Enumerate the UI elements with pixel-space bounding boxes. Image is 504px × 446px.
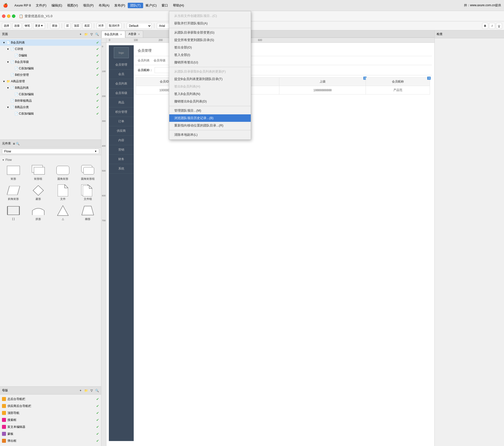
master-item-search[interactable]: 搜索框 ✔: [0, 416, 101, 423]
tree-item-b-points[interactable]: 📄 B积分管理 ✔: [0, 72, 101, 78]
traffic-light-minimize[interactable]: [7, 14, 10, 18]
menu-get-page-update[interactable]: 从团队目录获取B会员列表的更新(F): [169, 68, 251, 75]
tree-item-b-product-list[interactable]: ▼ 📄 B商品列表 ✔: [0, 85, 101, 91]
tree-item-b-member-list[interactable]: ▼ 📄 B会员列表 ✔: [0, 39, 101, 46]
menu-submit-all-changes[interactable]: 提交所有变更到团队目录(S): [169, 36, 251, 44]
pages-filter-btn[interactable]: ▽: [89, 32, 94, 37]
menu-checkin-all[interactable]: 签入全部(I): [169, 51, 251, 59]
team-dropdown-menu[interactable]: 从当前文件创建团队项目...(C) 获取并打开团队项目(A) 从团队目录获取全部…: [169, 11, 251, 140]
nav-item-supplier[interactable]: 供应商: [109, 126, 134, 136]
tree-item-b-category[interactable]: ▼ 📄 B商品分类 ✔: [0, 104, 101, 110]
menu-view[interactable]: 视图(V): [65, 3, 80, 8]
menu-file[interactable]: 文件(F): [33, 3, 49, 8]
nav-item-member-mgmt[interactable]: 会员管理: [109, 60, 134, 70]
tool-top[interactable]: 顶层: [72, 23, 81, 29]
tab-a-login[interactable]: A登录 ✕: [125, 31, 143, 38]
nav-item-marketing[interactable]: 营销: [109, 145, 134, 155]
tree-item-c-add-edit-2[interactable]: 📄 C添加/编辑 ✔: [0, 91, 101, 97]
menu-team[interactable]: 团队(T): [128, 3, 143, 8]
tree-item-c-detail[interactable]: ▼ 📄 C详情 ✔: [0, 46, 101, 52]
menu-get-all-changes[interactable]: 从团队目录获取全部变更(G): [169, 29, 251, 36]
font-default-select[interactable]: Default: [127, 23, 152, 29]
nav-item-member[interactable]: 会员: [109, 70, 134, 79]
nav-item-system[interactable]: 系统: [109, 164, 134, 174]
tool-align[interactable]: 对齐: [97, 23, 106, 29]
tree-item-b-pending[interactable]: 📄 B待审核商品 ✔: [0, 97, 101, 104]
canvas-content[interactable]: logo 会员管理 会员 会员列表 会员等级 商品 积分管理 订单 供应商 内容…: [106, 43, 434, 446]
menu-create-team-project[interactable]: 从当前文件创建团队项目...(C): [169, 12, 251, 20]
component-rect[interactable]: 矩形: [2, 164, 25, 182]
menu-project[interactable]: 项目(P): [81, 3, 96, 8]
tree-item-a-product[interactable]: ▼ 📁 A商品管理: [0, 78, 101, 85]
tool-pen[interactable]: 钢笔: [23, 23, 32, 29]
component-diamond[interactable]: 菱形: [27, 184, 50, 202]
component-rounded-group[interactable]: 圆角矩形组: [76, 164, 99, 182]
tab-close-icon[interactable]: ✕: [120, 33, 122, 36]
masters-add-btn[interactable]: +: [78, 388, 83, 393]
component-rounded-rect[interactable]: 圆角矩形: [52, 164, 75, 182]
menu-lines-icon[interactable]: ≡: [13, 142, 15, 146]
menu-undo-all-checkout[interactable]: 撤销所有签出(U): [169, 59, 251, 66]
menu-browse-history[interactable]: 浏览团队项目历史记录...(B): [169, 114, 251, 122]
masters-folder-btn[interactable]: 📁: [84, 388, 88, 393]
nav-item-product[interactable]: 商品: [109, 98, 134, 107]
menu-checkin-page[interactable]: 签入B会员列表(N): [169, 90, 251, 98]
pages-folder-btn[interactable]: 📁: [84, 32, 88, 37]
component-bracket[interactable]: [ ]: [2, 204, 25, 222]
menu-publish[interactable]: 发布(P): [112, 3, 127, 8]
tool-select[interactable]: 选择: [2, 23, 11, 29]
tree-item-d-edit[interactable]: 📄 D编辑 ✔: [0, 52, 101, 59]
components-search-icon[interactable]: 🔍: [16, 142, 20, 145]
component-arch[interactable]: 拱形: [27, 204, 50, 222]
master-item-admin-nav[interactable]: 总后台导航栏 ✔: [0, 396, 101, 402]
btn-bold[interactable]: B: [482, 23, 488, 29]
tree-item-b-member-level[interactable]: ▼ 📄 B会员等级 ✔: [0, 59, 101, 65]
menu-layout[interactable]: 布局(A): [96, 3, 112, 8]
group-expand-icon[interactable]: ▼: [2, 159, 4, 161]
sub-item-list[interactable]: 会员列表: [138, 58, 150, 63]
menu-axure[interactable]: Axure RP 8: [12, 3, 33, 8]
menu-get-open-team-project[interactable]: 获取并打开团队项目(A): [169, 20, 251, 27]
menu-checkout-all[interactable]: 签出全部(O): [169, 44, 251, 51]
nav-item-member-list[interactable]: 会员列表: [109, 79, 134, 89]
component-oblique-rect[interactable]: 斜角矩形: [2, 184, 25, 202]
component-doc[interactable]: 文件: [52, 184, 75, 202]
nav-item-content[interactable]: 内容: [109, 136, 134, 145]
tree-item-c-add-edit-1[interactable]: 📄 C添加/编辑 ✔: [0, 65, 101, 72]
tool-arrange[interactable]: 摆放: [50, 23, 59, 29]
nav-item-order[interactable]: 订单: [109, 117, 134, 126]
pages-add-btn[interactable]: +: [78, 32, 83, 37]
menu-checkout-page[interactable]: 签出B会员列表(H): [169, 83, 251, 90]
btn-italic[interactable]: I: [489, 23, 495, 29]
nav-item-finance[interactable]: 财务: [109, 155, 134, 164]
menu-redirect-team-dir[interactable]: 重新指向移动位置的团队目录...(R): [169, 122, 251, 129]
tool-connect[interactable]: 连接: [12, 23, 21, 29]
menu-manage-team-project[interactable]: 管理团队项目...(M): [169, 107, 251, 114]
tool-layer[interactable]: 层: [64, 23, 71, 29]
tool-cancel-align[interactable]: 取消对齐: [107, 23, 122, 29]
master-item-rich-editor[interactable]: 富文本编辑器 ✔: [0, 423, 101, 430]
tool-more[interactable]: 更多▼: [33, 23, 45, 29]
tab-close-icon[interactable]: ✕: [138, 33, 140, 36]
tree-item-c-add-edit-3[interactable]: 📄 C添加/编辑 ✔: [0, 110, 101, 117]
menu-submit-page-update[interactable]: 提交B会员列表更新到团队目录(T): [169, 75, 251, 83]
btn-underline[interactable]: U: [496, 23, 502, 29]
menu-window[interactable]: 窗口: [159, 3, 170, 8]
flow-dropdown[interactable]: Flow ▼: [2, 149, 99, 154]
tool-bottom[interactable]: 底层: [83, 23, 91, 29]
masters-search-btn[interactable]: 🔍: [95, 388, 99, 393]
masters-filter-btn[interactable]: ▽: [89, 388, 94, 393]
nav-item-member-level[interactable]: 会员等级: [109, 89, 134, 98]
pages-search-btn[interactable]: 🔍: [95, 32, 99, 37]
menu-clear-local-copy[interactable]: 清除本地副本(L): [169, 131, 251, 138]
menu-edit[interactable]: 编辑(E): [49, 3, 65, 8]
master-item-dialog[interactable]: 弹出框 ✔: [0, 437, 101, 444]
master-item-top-nav[interactable]: 顶部导航 ✔: [0, 409, 101, 416]
traffic-light-close[interactable]: [2, 14, 5, 18]
master-item-mask[interactable]: 蒙板 ✔: [0, 430, 101, 437]
apple-logo-icon[interactable]: 🍎: [3, 3, 8, 8]
menu-account[interactable]: 账户(C): [143, 3, 159, 8]
nav-item-points-mgmt[interactable]: 积分管理: [109, 107, 134, 117]
component-doc-group[interactable]: 文件组: [76, 184, 99, 202]
tab-b-member-list[interactable]: B会员列表 ✕: [101, 31, 125, 38]
